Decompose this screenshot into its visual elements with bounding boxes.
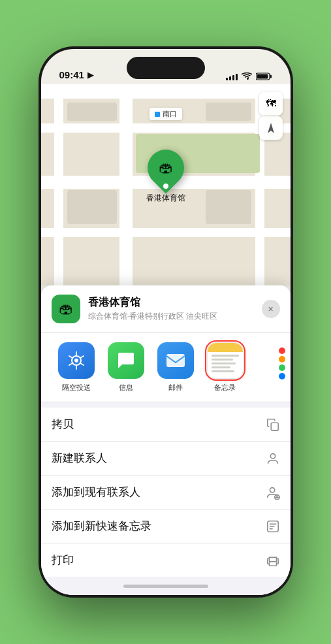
action-new-contact[interactable]: 新建联系人 xyxy=(41,442,291,475)
notes-icon-wrap xyxy=(207,342,244,379)
svg-rect-5 xyxy=(166,354,185,367)
add-to-contact-icon xyxy=(266,485,280,500)
venue-name: 香港体育馆 xyxy=(88,296,254,310)
marker-icon: 🏟 xyxy=(159,159,173,176)
venue-info: 香港体育馆 综合体育馆·香港特别行政区 油尖旺区 xyxy=(88,296,254,322)
location-arrow-icon: ▶ xyxy=(87,71,93,80)
marker-label: 香港体育馆 xyxy=(146,193,185,204)
svg-rect-11 xyxy=(269,561,276,565)
map-label-tag: 南口 xyxy=(150,108,182,120)
notes-top-bar xyxy=(208,343,243,352)
map-road xyxy=(41,123,291,133)
message-icon xyxy=(116,350,136,371)
share-more[interactable] xyxy=(250,342,289,393)
airdrop-icon-wrap xyxy=(58,342,95,379)
map-background: 南口 🏟 香港体育馆 🗺 xyxy=(41,84,291,285)
message-label: 信息 xyxy=(119,383,133,393)
share-airdrop[interactable]: 隔空投送 xyxy=(52,342,101,393)
more-icon-wrap xyxy=(251,342,288,379)
map-road xyxy=(119,84,133,285)
add-to-contact-label: 添加到现有联系人 xyxy=(52,485,140,500)
map-road xyxy=(41,228,291,237)
stadium-marker: 🏟 香港体育馆 xyxy=(146,150,185,204)
quick-note-icon xyxy=(266,519,280,534)
close-button[interactable]: × xyxy=(262,300,280,318)
action-list: 拷贝 新建联系人 添加到现有联系人 xyxy=(41,408,291,577)
notes-label: 备忘录 xyxy=(214,383,236,393)
dynamic-island xyxy=(127,57,205,79)
phone-screen: 09:41 ▶ xyxy=(41,49,291,595)
share-mail[interactable]: 邮件 xyxy=(151,342,200,393)
airdrop-icon xyxy=(67,351,86,370)
venue-header: 🏟 香港体育馆 综合体育馆·香港特别行政区 油尖旺区 × xyxy=(41,285,291,333)
copy-label: 拷贝 xyxy=(52,417,74,432)
svg-point-8 xyxy=(270,487,274,492)
notes-lines xyxy=(208,352,243,378)
venue-icon: 🏟 xyxy=(52,295,80,323)
map-block xyxy=(67,103,117,121)
venue-subtitle: 综合体育馆·香港特别行政区 油尖旺区 xyxy=(88,311,254,322)
share-notes[interactable]: 备忘录 xyxy=(200,342,250,393)
share-row: 隔空投送 信息 xyxy=(41,333,291,402)
print-icon xyxy=(266,553,280,568)
marker-dot xyxy=(163,184,168,189)
more-color-dots xyxy=(276,342,288,385)
signal-icon xyxy=(226,72,238,80)
location-icon xyxy=(265,122,277,134)
mail-icon-wrap xyxy=(157,342,194,379)
action-copy[interactable]: 拷贝 xyxy=(41,408,291,442)
map-area: 南口 🏟 香港体育馆 🗺 xyxy=(41,84,291,285)
print-label: 打印 xyxy=(52,553,74,568)
notes-icon-inner xyxy=(208,343,243,378)
map-block xyxy=(67,190,117,224)
message-icon-wrap xyxy=(108,342,144,379)
mail-icon xyxy=(165,351,186,370)
map-block xyxy=(206,190,251,224)
battery-icon xyxy=(256,72,272,80)
phone-frame: 09:41 ▶ xyxy=(39,46,293,598)
home-indicator xyxy=(41,577,291,595)
map-block xyxy=(206,103,251,121)
svg-point-4 xyxy=(74,359,78,362)
svg-rect-1 xyxy=(257,74,268,79)
share-message[interactable]: 信息 xyxy=(101,342,151,393)
airdrop-label: 隔空投送 xyxy=(62,383,91,393)
new-contact-label: 新建联系人 xyxy=(52,451,107,466)
new-contact-icon xyxy=(266,451,280,466)
svg-rect-2 xyxy=(270,75,272,78)
wifi-icon xyxy=(242,72,252,80)
copy-icon xyxy=(266,417,280,432)
action-quick-note[interactable]: 添加到新快速备忘录 xyxy=(41,509,291,543)
action-add-to-contact[interactable]: 添加到现有联系人 xyxy=(41,475,291,509)
home-bar xyxy=(123,585,208,588)
quick-note-label: 添加到新快速备忘录 xyxy=(52,519,151,534)
map-road xyxy=(54,84,63,285)
map-controls: 🗺 xyxy=(259,92,283,140)
map-road xyxy=(41,84,291,99)
mail-label: 邮件 xyxy=(168,383,183,393)
svg-rect-6 xyxy=(271,423,278,430)
action-print[interactable]: 打印 xyxy=(41,543,291,577)
status-icons xyxy=(226,72,272,80)
map-label-dot xyxy=(155,112,160,117)
bottom-sheet: 🏟 香港体育馆 综合体育馆·香港特别行政区 油尖旺区 × xyxy=(41,285,291,595)
svg-point-7 xyxy=(270,453,275,458)
map-location-button[interactable] xyxy=(259,116,283,140)
map-layers-button[interactable]: 🗺 xyxy=(259,92,283,116)
status-time: 09:41 ▶ xyxy=(59,69,93,80)
